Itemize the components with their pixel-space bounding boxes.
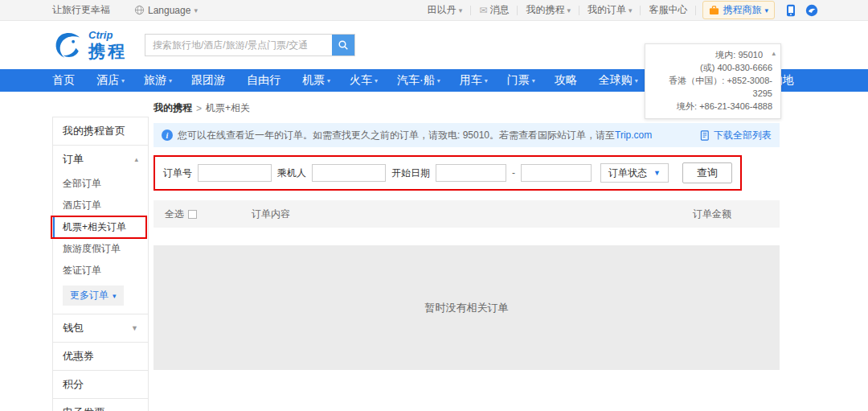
language-selector[interactable]: Language ▾	[134, 5, 198, 16]
chevron-down-icon: ▼	[653, 169, 661, 177]
notice-part1: 您可以在线查看近一年的订单。如需查找更久之前的订单，请致电:	[178, 129, 463, 141]
sidebar-home-label: 我的携程首页	[63, 124, 125, 138]
date-separator: -	[512, 167, 515, 179]
sidebar-item-all-orders[interactable]: 全部订单	[53, 173, 148, 195]
more-orders-button[interactable]: 更多订单 ▾	[63, 286, 124, 306]
info-icon: i	[162, 129, 173, 141]
order-no-label: 订单号	[163, 166, 192, 180]
nav-item-train[interactable]: 火车▾	[340, 73, 387, 88]
order-status-dropdown[interactable]: 订单状态 ▼	[600, 163, 669, 183]
sidebar-item-visa-orders[interactable]: 签证订单	[53, 260, 148, 282]
sidebar: 我的携程首页 订单 ▴ 全部订单 酒店订单 机票+相关订单	[52, 117, 149, 411]
notice-part2: 。若需查看国际站订单，请至	[489, 129, 615, 141]
chevron-down-icon: ▾	[327, 77, 330, 84]
globe-icon	[134, 5, 145, 15]
nav-label: 火车	[350, 73, 372, 88]
sidebar-item-label: 旅游度假订单	[63, 243, 121, 254]
passenger-label: 乘机人	[277, 166, 306, 180]
end-date-input[interactable]	[521, 164, 592, 182]
sidebar-orders-header[interactable]: 订单 ▴	[53, 146, 148, 173]
nav-item-ticket[interactable]: 门票▾	[497, 73, 545, 88]
order-status-label: 订单状态	[608, 166, 647, 180]
ctrip-logo[interactable]: Ctrip 携程	[52, 30, 127, 60]
nav-label: 门票	[507, 73, 530, 88]
nav-label: 攻略	[555, 73, 577, 88]
biz-travel-badge[interactable]: 携程商旅 ▾	[702, 1, 775, 19]
nav-item-hotel[interactable]: 酒店▾	[87, 73, 134, 88]
orders-title-label: 订单	[63, 152, 84, 166]
wallet-label: 钱包	[63, 321, 84, 335]
chevron-down-icon: ▾	[121, 77, 125, 84]
sidebar-section-orders: 订单 ▴ 全部订单 酒店订单 机票+相关订单 旅游度假订单	[52, 145, 149, 314]
topbar-left: 让旅行更幸福 Language ▾	[52, 3, 198, 17]
download-icon	[700, 130, 710, 141]
more-orders-label: 更多订单	[70, 289, 108, 302]
nav-item-flight[interactable]: 机票▾	[293, 73, 340, 88]
my-ctrip-label: 我的携程	[526, 3, 564, 17]
sidebar-item-home[interactable]: 我的携程首页	[53, 117, 148, 145]
service-center-label: 客服中心	[649, 3, 687, 17]
nav-item-bus-ship[interactable]: 汽车·船▾	[387, 73, 450, 88]
app-dolphin-button[interactable]	[805, 4, 818, 17]
my-ctrip-menu[interactable]: 我的携程 ▾	[518, 3, 579, 17]
divider	[695, 6, 696, 15]
start-date-label: 开始日期	[391, 166, 430, 180]
search-input[interactable]	[145, 34, 355, 56]
passenger-input[interactable]	[312, 164, 386, 182]
orders-table-header: 全选 订单内容 订单金额	[154, 200, 780, 228]
nav-item-global-shopping[interactable]: 全球购▾	[589, 73, 648, 88]
nav-item-car[interactable]: 用车▾	[450, 73, 497, 88]
collapse-icon[interactable]: ▴	[772, 47, 776, 60]
query-button[interactable]: 查询	[682, 162, 732, 183]
breadcrumb-separator: >	[196, 103, 202, 114]
select-all-control[interactable]: 全选	[165, 208, 197, 221]
nav-item-guide[interactable]: 攻略	[545, 73, 589, 88]
download-list-link[interactable]: 下载全部列表	[700, 129, 772, 142]
chevron-down-icon: ▾	[567, 6, 571, 14]
main-panel: 我的携程 > 机票+相关 i 您可以在线查看近一年的订单。如需查找更久之前的订单…	[154, 98, 780, 411]
chevron-down-icon: ▾	[113, 292, 117, 300]
nav-item-travel[interactable]: 旅游▾	[134, 73, 182, 88]
sidebar-item-invoice[interactable]: 电子发票	[53, 399, 148, 411]
sidebar-item-vacation-orders[interactable]: 旅游度假订单	[53, 238, 148, 260]
chevron-down-icon: ▾	[194, 6, 198, 14]
nav-item-diy-tour[interactable]: 自由行	[237, 73, 293, 88]
mobile-app-button[interactable]	[786, 4, 796, 17]
nav-item-home[interactable]: 首页	[43, 73, 87, 88]
phone-card: ▴ 境内: 95010 (或) 400-830-6666 香港（中国）: +85…	[645, 43, 781, 119]
nav-label: 自由行	[247, 73, 280, 88]
biz-travel-label: 携程商旅	[723, 3, 761, 17]
breadcrumb-home[interactable]: 我的携程	[154, 101, 192, 115]
nav-label: 酒店	[96, 73, 119, 88]
sidebar-item-coupons[interactable]: 优惠券	[53, 343, 148, 370]
phone-hk: 香港（中国）: +852-3008-3295	[653, 74, 772, 100]
nav-label: 机票	[302, 73, 325, 88]
download-label: 下载全部列表	[714, 129, 772, 142]
nav-label: 旅游	[144, 73, 166, 88]
sidebar-item-flight-orders[interactable]: 机票+相关订单	[53, 216, 148, 238]
my-orders-menu[interactable]: 我的订单 ▾	[579, 3, 641, 17]
invoice-label: 电子发票	[63, 405, 104, 411]
start-date-input[interactable]	[436, 164, 506, 182]
sidebar-item-hotel-orders[interactable]: 酒店订单	[53, 195, 148, 216]
nav-item-group-tour[interactable]: 跟团游	[182, 73, 237, 88]
trip-com-link[interactable]: Trip.com	[615, 129, 652, 141]
user-menu[interactable]: 田以丹 ▾	[420, 3, 471, 17]
sidebar-item-label: 签证订单	[63, 265, 101, 276]
search-button[interactable]	[332, 35, 354, 55]
sidebar-section-coupons: 优惠券	[52, 342, 149, 371]
nav-label: 全球购	[599, 73, 633, 88]
messages-link[interactable]: ✉ 消息	[471, 3, 517, 17]
select-all-checkbox[interactable]	[188, 210, 197, 219]
chevron-down-icon: ▼	[131, 324, 138, 332]
order-no-input[interactable]	[198, 164, 272, 182]
my-orders-label: 我的订单	[588, 3, 626, 17]
service-center-link[interactable]: 客服中心	[641, 3, 695, 17]
chevron-down-icon: ▾	[437, 77, 440, 84]
dolphin-icon	[805, 4, 818, 17]
sidebar-item-points[interactable]: 积分	[53, 371, 148, 398]
chevron-down-icon: ▾	[169, 77, 172, 84]
logo-text: Ctrip 携程	[88, 30, 127, 60]
sidebar-item-wallet[interactable]: 钱包 ▼	[53, 314, 148, 342]
order-type-list: 全部订单 酒店订单 机票+相关订单 旅游度假订单 签证订单 更多订单	[53, 173, 148, 314]
